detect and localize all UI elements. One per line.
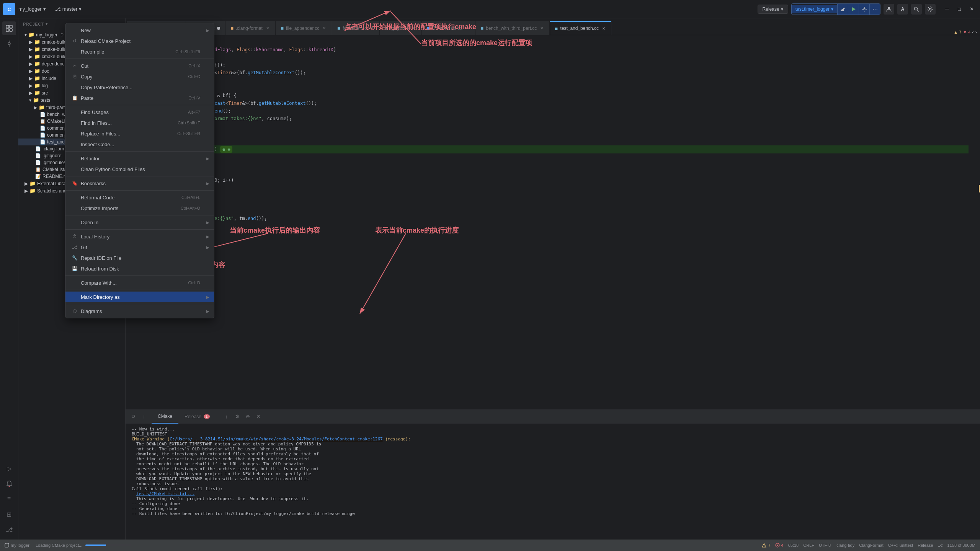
tab-bench-third[interactable]: ◼ bench_with_third_part.cc ✕ xyxy=(475,21,549,35)
bottom-tab-release[interactable]: Release 1 xyxy=(178,410,216,424)
tab-test-and-bench[interactable]: ◼ test_and_bench.cc ✕ xyxy=(550,21,611,35)
line-col-status[interactable]: 65:18 xyxy=(788,543,799,548)
down-btn[interactable]: ↓ xyxy=(222,412,231,421)
encoding-status[interactable]: UTF-8 xyxy=(819,543,831,548)
menu-item-recompile[interactable]: Recompile Ctrl+Shift+F9 xyxy=(65,46,214,57)
tab-close-btn[interactable]: ✕ xyxy=(265,26,270,31)
errors-status[interactable]: 4 xyxy=(775,543,784,548)
tab-close-btn[interactable]: ✕ xyxy=(539,26,544,31)
git-icon: ⎇ xyxy=(72,244,78,250)
gear-btn[interactable] xyxy=(925,4,936,15)
terminal-line: contents might not be rebuilt if the URL… xyxy=(136,461,974,466)
menu-item-reload-cmake[interactable]: ↺ Reload CMake Project xyxy=(65,36,214,46)
right-gutter xyxy=(975,35,980,409)
menu-item-copy[interactable]: ⎘ Copy Ctrl+C xyxy=(65,71,214,82)
tab-file-appender[interactable]: ◼ file_appender.cc ✕ xyxy=(276,21,332,35)
bottom-panel: ↺ ↑ CMake Release 1 ↓ ⚙ ⊕ ⊗ -- Now xyxy=(126,409,980,540)
run-config-label[interactable]: test.timer_logger ▾ xyxy=(792,5,837,13)
toolbar-icon[interactable]: ≡ xyxy=(2,492,16,506)
menu-item-copy-path[interactable]: Copy Path/Reference... xyxy=(65,82,214,93)
config-status[interactable]: Release xyxy=(918,543,933,548)
separator xyxy=(65,176,214,176)
run-debug-icon[interactable]: ▷ xyxy=(2,461,16,475)
memory-status[interactable]: 1158 of 3800M xyxy=(947,543,975,548)
menu-item-optimize-imports[interactable]: Optimize Imports Ctrl+Alt+O xyxy=(65,203,214,214)
tab-clang-format[interactable]: ◼ .clang-format ✕ xyxy=(225,21,275,35)
tool-btn-3[interactable]: ⚙ xyxy=(233,412,242,421)
warnings-status[interactable]: 7 xyxy=(762,543,770,548)
terminal-line: -- Generating done xyxy=(132,506,974,511)
replace-icon xyxy=(72,130,78,137)
menu-item-compare-with[interactable]: Compare With... Ctrl+D xyxy=(65,277,214,288)
menu-item-mark-directory[interactable]: Mark Directory as xyxy=(65,292,214,302)
build-hammer-btn[interactable] xyxy=(837,4,848,15)
refactor-icon xyxy=(72,155,78,161)
menu-item-find-usages[interactable]: Find Usages Alt+F7 xyxy=(65,107,214,117)
menu-item-reformat[interactable]: Reformat Code Ctrl+Alt+L xyxy=(65,192,214,203)
tool-btn-4[interactable]: ⊕ xyxy=(243,412,253,421)
menu-item-reload-from-disk[interactable]: 💾 Reload from Disk xyxy=(65,263,214,274)
menu-item-refactor[interactable]: Refactor xyxy=(65,153,214,164)
search-btn[interactable] xyxy=(911,4,922,15)
linter-status[interactable]: .clang-tidy xyxy=(835,543,854,548)
tool-btn-5[interactable]: ⊗ xyxy=(254,412,263,421)
find-usages-shortcut: Alt+F7 xyxy=(188,110,208,114)
separator xyxy=(65,215,214,215)
menu-item-diagrams[interactable]: ⬡ Diagrams xyxy=(65,306,214,316)
svg-point-14 xyxy=(8,42,10,45)
bottom-tab-cmake[interactable]: CMake xyxy=(152,410,178,424)
notification-icon[interactable] xyxy=(2,477,16,491)
sync-btn[interactable]: ↺ xyxy=(129,412,138,421)
profile-btn[interactable] xyxy=(884,4,894,15)
menu-item-open-in[interactable]: Open In xyxy=(65,217,214,228)
menu-item-inspect-code[interactable]: Inspect Code... xyxy=(65,139,214,150)
release-btn[interactable]: Release ▾ xyxy=(758,5,788,14)
minimize-btn[interactable]: ─ xyxy=(942,4,952,15)
tab-close-btn[interactable]: ✕ xyxy=(465,26,470,31)
project-name-status[interactable]: my-logger xyxy=(5,543,29,548)
maximize-btn[interactable]: □ xyxy=(954,4,965,15)
tab-bar: ◼ nt_down_latch.cc ✕ ◼ logger.cc ◼ .clan… xyxy=(126,18,980,35)
commit-icon[interactable] xyxy=(2,37,16,51)
tab-close-btn[interactable]: ✕ xyxy=(369,26,374,31)
tab-cmakelists[interactable]: ◼ CMakeLists.txt ✕ xyxy=(422,21,475,35)
git-branch-status[interactable]: ⎇ xyxy=(938,543,943,548)
scroll-right-btn[interactable]: › xyxy=(975,29,977,35)
tab-close-btn[interactable]: ✕ xyxy=(322,26,327,31)
menu-item-replace-in-files[interactable]: Replace in Files... Ctrl+Shift+R xyxy=(65,128,214,139)
up-btn[interactable]: ↑ xyxy=(139,412,149,421)
menu-item-repair-ide[interactable]: 🔧 Repair IDE on File xyxy=(65,253,214,263)
vcs-icon[interactable]: ⎇ xyxy=(2,523,16,536)
formatter-status[interactable]: ClangFormat xyxy=(859,543,884,548)
context-menu: New ↺ Reload CMake Project Recompile Ctr… xyxy=(65,23,214,318)
terminal-line: -- Configuring done xyxy=(132,501,974,506)
branch-btn[interactable]: ⎇ master ▾ xyxy=(55,6,82,12)
run-play-btn[interactable] xyxy=(848,4,859,15)
close-btn[interactable]: ✕ xyxy=(966,4,977,15)
plugin-icon[interactable]: ⊞ xyxy=(2,507,16,521)
menu-item-cut[interactable]: ✂ Cut Ctrl+X xyxy=(65,60,214,71)
tab-close-btn[interactable]: ✕ xyxy=(601,26,606,31)
terminal-line: BUILD_UNITTEST xyxy=(132,432,974,437)
translate-btn[interactable]: A xyxy=(897,4,908,15)
line-ending-status[interactable]: CRLF xyxy=(803,543,814,548)
menu-item-new[interactable]: New xyxy=(65,25,214,36)
terminal-line: -- Now is wind... xyxy=(132,427,974,432)
menu-item-clean-python[interactable]: Clean Python Compiled Files xyxy=(65,164,214,174)
menu-item-bookmarks[interactable]: 🔖 Bookmarks xyxy=(65,178,214,189)
language-status[interactable]: C++:: unittest xyxy=(888,543,913,548)
menu-item-paste[interactable]: 📋 Paste Ctrl+V xyxy=(65,93,214,103)
menu-item-find-in-files[interactable]: Find in Files... Ctrl+Shift+F xyxy=(65,117,214,128)
menu-item-git[interactable]: ⎇ Git xyxy=(65,242,214,253)
more-run-btn[interactable]: ⋯ xyxy=(869,4,880,15)
menu-item-local-history[interactable]: ⏱ Local History xyxy=(65,231,214,242)
scroll-left-btn[interactable]: ‹ xyxy=(972,29,973,35)
sidebar-project-icon[interactable] xyxy=(2,21,16,35)
tab-gitignore[interactable]: ◼ .gitignore ✕ xyxy=(380,21,421,35)
tab-formatter[interactable]: ◼ formatter.cc ✕ xyxy=(332,21,379,35)
tab-close-btn[interactable]: ✕ xyxy=(411,26,416,31)
settings-run-btn[interactable] xyxy=(859,4,869,15)
terminal-line: what you want. Update your project to th… xyxy=(136,471,974,476)
code-content[interactable]: .setFlag(FLAGS::kStdFlags, Flags::kShort… xyxy=(145,35,975,409)
project-name-btn[interactable]: my_logger ▾ xyxy=(18,6,46,12)
